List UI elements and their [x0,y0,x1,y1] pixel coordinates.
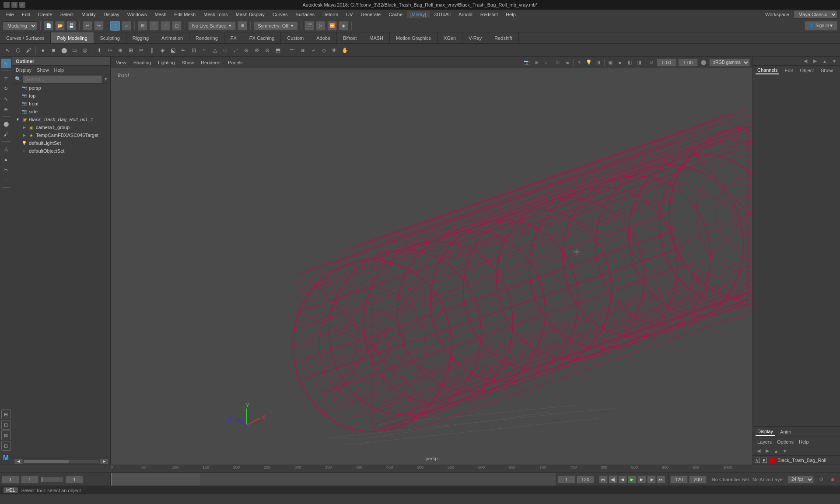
display-icon[interactable]: 👁 [329,46,339,55]
split-icon[interactable]: ✂ [136,46,146,55]
tab-fx[interactable]: FX [224,32,243,43]
layer-row-trash[interactable]: V P Black_Trash_Bag_Roll [753,456,840,465]
render-settings-btn[interactable]: 🎬 [304,21,314,31]
tab-adobe[interactable]: Adobe [310,32,337,43]
exposure-input[interactable] [657,59,676,66]
vp-show-menu[interactable]: Show [179,59,197,66]
quad-icon[interactable]: □ [220,46,230,55]
save-btn[interactable]: 💾 [66,21,76,31]
mode-dropdown[interactable]: Modeling [3,21,37,30]
layer-nav-back[interactable]: ◀ [755,447,763,455]
crease-icon[interactable]: 〜 [287,46,297,55]
anim-prefs-btn[interactable]: ⚙ [817,476,825,483]
workspace-dropdown[interactable]: Maya Classic [794,10,837,19]
tab-xgen[interactable]: XGen [438,32,462,43]
vp-gamma-color-icon[interactable]: ⬤ [700,59,707,66]
select-tool-btn[interactable]: ⬚ [110,21,120,31]
go-end-btn[interactable]: ⏭ [657,476,665,483]
vp-panels-menu[interactable]: Panels [225,59,245,66]
step-fwd-btn[interactable]: ▶ [637,476,646,483]
minimize-button[interactable]: – [4,2,10,8]
vp-exposure-icon[interactable]: ⊙ [647,59,655,66]
no-live-surface-btn[interactable]: No Live Surface ▼ [188,21,236,30]
tab-vray[interactable]: V-Ray [462,32,488,43]
rp-icon2[interactable]: ▶ [811,57,819,65]
symmetry-off-btn[interactable]: Symmetry: Off ▼ [254,21,298,30]
gamma-select[interactable]: sRGB gamma [709,59,750,66]
loop-cut-icon[interactable]: ⬕ [168,46,178,55]
layer-nav-up[interactable]: ▲ [772,447,780,455]
tab-mash[interactable]: MASH [363,32,390,43]
outliner-help-menu[interactable]: Help [52,67,66,73]
frame-progress-bar[interactable] [41,477,63,482]
select-tool-icon[interactable]: ↖ [3,46,12,55]
vp-tex-icon[interactable]: ◧ [626,59,634,66]
layer-nav-dn[interactable]: ▼ [781,447,789,455]
lasso-tool-icon[interactable]: ⬡ [13,46,23,55]
vp-renderer-menu[interactable]: Renderer [198,59,224,66]
vp-wire-icon[interactable]: ▣ [606,59,614,66]
vp-shadow-icon[interactable]: ◑ [595,59,602,66]
merge-icon[interactable]: ⊕ [116,46,125,55]
snap-curve-btn[interactable]: ⌒ [149,21,159,31]
menu-surfaces[interactable]: Surfaces [292,11,318,18]
display-tool2[interactable]: ⊟ [1,420,11,430]
sphere-icon[interactable]: ● [38,46,48,55]
outliner-scroll-right[interactable]: ▶ [100,459,108,464]
gamma-input[interactable] [678,59,698,66]
anim-start-input[interactable] [670,476,688,483]
outliner-show-menu[interactable]: Show [35,67,51,73]
menu-mesh-tools[interactable]: Mesh Tools [200,11,231,18]
menu-display[interactable]: Display [100,11,123,18]
edit-tab[interactable]: Edit [783,67,794,74]
redo-btn[interactable]: ↪ [94,21,104,31]
tab-rendering[interactable]: Rendering [189,32,224,43]
mel-script-toggle[interactable]: MEL [4,487,18,493]
outliner-item-front[interactable]: 📷 front [12,100,110,108]
menu-arnold[interactable]: Arnold [455,11,476,18]
vp-hide-icon[interactable]: ○ [542,59,550,66]
snap-grid-btn[interactable]: ⊞ [138,21,147,31]
tab-sculpting[interactable]: Sculpting [94,32,126,43]
tab-motion-graphics[interactable]: Motion Graphics [390,32,438,43]
anim-end-input[interactable] [689,476,707,483]
tab-bifrost[interactable]: Bifrost [337,32,363,43]
menu-mesh-display[interactable]: Mesh Display [232,11,268,18]
live-surface-options-btn[interactable]: ⚙ [238,21,247,31]
extract-icon[interactable]: ⬒ [273,46,283,55]
menu-curves[interactable]: Curves [269,11,291,18]
menu-cache[interactable]: Cache [385,11,406,18]
vp-stop-icon[interactable]: ■ [564,59,571,66]
show-tab[interactable]: Show [819,67,835,74]
menu-generate[interactable]: Generate [357,11,384,18]
channels-tab[interactable]: Channels [756,66,779,74]
render-seq-btn[interactable]: ⏩ [327,21,337,31]
anim-tab[interactable]: Anim [778,428,793,435]
fps-select[interactable]: 24 fps [788,476,814,483]
menu-deform[interactable]: Deform [319,11,342,18]
combine-icon[interactable]: ⊗ [252,46,262,55]
menu-create[interactable]: Create [35,11,56,18]
go-start-btn[interactable]: ⏮ [599,476,608,483]
menu-edit-mesh[interactable]: Edit Mesh [171,11,199,18]
separate-icon[interactable]: ⊘ [262,46,272,55]
rp-icon3[interactable]: ▲ [821,57,829,65]
fill-icon[interactable]: ⊡ [189,46,199,55]
outliner-item-persp[interactable]: 📷 persp [12,84,110,92]
layer-v-check[interactable]: V [755,458,760,463]
open-btn[interactable]: 📂 [55,21,65,31]
extrude-icon[interactable]: ⬆ [94,46,104,55]
soft-mod-tool[interactable]: ⬤ [1,119,11,129]
connect-tool[interactable]: — [1,175,11,185]
tab-custom[interactable]: Custom [281,32,310,43]
display-tool3[interactable]: ⊠ [1,430,11,440]
play-fwd-btn[interactable]: ▶ [628,476,637,483]
menu-uv[interactable]: UV [343,11,356,18]
range-end-input[interactable] [577,476,594,483]
prev-key-btn[interactable]: ◀| [609,476,617,483]
outliner-display-menu[interactable]: Display [14,67,33,73]
sign-in-btn[interactable]: 👤 Sign In ▼ [805,21,837,31]
outliner-item-camera-group[interactable]: ▶ ▣ camera1_group [12,123,110,131]
help-tab[interactable]: Help [797,438,811,445]
close-button[interactable]: × [19,2,25,8]
